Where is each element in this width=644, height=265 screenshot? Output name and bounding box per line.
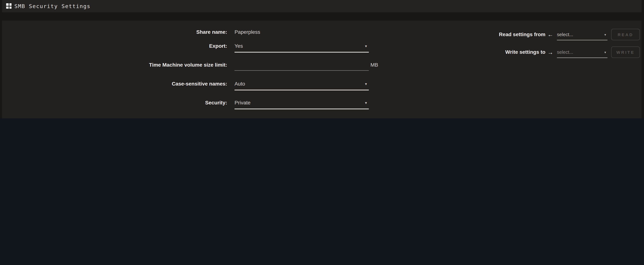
write-settings-row: Write settings to → select... ▼ WRITE <box>476 47 641 58</box>
write-settings-label-text: Write settings to <box>505 49 546 55</box>
write-settings-select-value: select... <box>557 50 573 55</box>
case-sensitive-select-value: Auto <box>234 81 245 87</box>
security-select[interactable]: Private ▼ <box>234 97 369 109</box>
export-select[interactable]: Yes ▼ <box>234 40 369 53</box>
smb-security-panel: Share name: Paperpless Export: Yes ▼ Tim… <box>2 21 642 118</box>
windows-smb-icon <box>6 3 12 9</box>
page: SMB Security Settings Share name: Paperp… <box>0 0 644 118</box>
read-settings-select[interactable]: select... ▼ <box>557 29 607 40</box>
chevron-down-icon: ▼ <box>604 51 607 54</box>
tm-limit-label: Time Machine volume size limit: <box>2 62 227 68</box>
export-label: Export: <box>2 43 227 49</box>
export-select-value: Yes <box>234 43 243 49</box>
read-settings-row: Read settings from ← select... ▼ READ <box>476 29 641 40</box>
write-button[interactable]: WRITE <box>611 47 640 58</box>
case-sensitive-label: Case-sensitive names: <box>2 81 227 87</box>
share-name-label: Share name: <box>2 29 227 35</box>
tm-limit-unit: MB <box>370 62 378 68</box>
section-title-smb-security: SMB Security Settings <box>14 3 90 9</box>
write-settings-label: Write settings to → <box>476 47 553 58</box>
security-label: Security: <box>2 100 227 106</box>
section-header-smb-security: SMB Security Settings <box>2 0 642 12</box>
case-sensitive-select[interactable]: Auto ▼ <box>234 78 369 91</box>
read-settings-label: Read settings from ← <box>476 29 553 40</box>
read-settings-label-text: Read settings from <box>499 32 546 37</box>
arrow-right-icon: → <box>548 49 553 56</box>
tm-limit-input[interactable] <box>234 59 369 71</box>
chevron-down-icon: ▼ <box>604 33 607 36</box>
chevron-down-icon: ▼ <box>364 101 368 105</box>
share-name-value: Paperpless <box>234 29 369 35</box>
write-settings-select[interactable]: select... ▼ <box>557 47 607 58</box>
chevron-down-icon: ▼ <box>364 82 368 86</box>
arrow-left-icon: ← <box>548 31 553 38</box>
security-select-value: Private <box>234 100 250 106</box>
read-settings-select-value: select... <box>557 32 573 37</box>
read-button[interactable]: READ <box>611 29 640 40</box>
chevron-down-icon: ▼ <box>364 44 368 48</box>
